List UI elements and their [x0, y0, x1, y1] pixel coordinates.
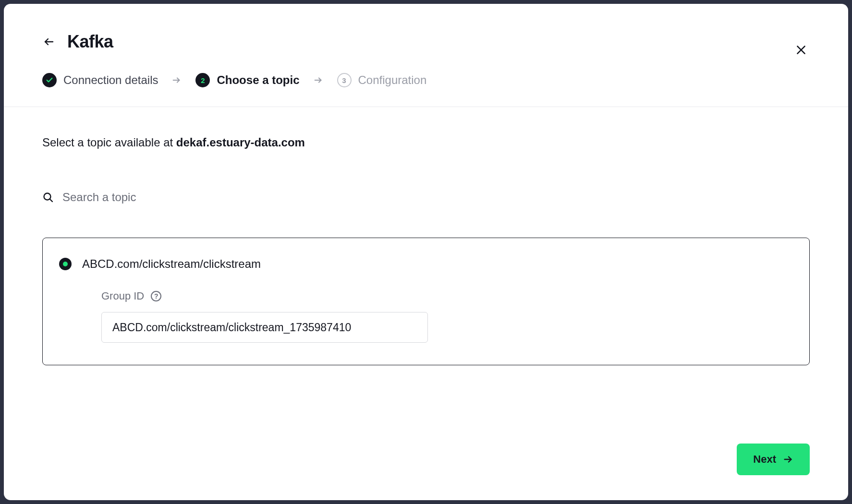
next-button-label: Next — [753, 453, 776, 466]
search-row — [42, 191, 810, 204]
modal-container: Kafka Connection details 2 Choose a topi… — [4, 4, 848, 500]
step-configuration: 3 Configuration — [337, 73, 427, 87]
back-arrow-icon[interactable] — [42, 35, 56, 48]
group-id-section: Group ID ? — [101, 290, 793, 343]
footer: Next — [737, 444, 810, 475]
step-choose-topic[interactable]: 2 Choose a topic — [195, 73, 299, 87]
modal-header: Kafka — [4, 4, 848, 52]
step-label: Choose a topic — [217, 73, 299, 87]
instruction-prefix: Select a topic available at — [42, 136, 176, 149]
page-title: Kafka — [67, 32, 113, 52]
next-button[interactable]: Next — [737, 444, 810, 475]
group-id-label-row: Group ID ? — [101, 290, 793, 302]
group-id-input[interactable] — [101, 312, 428, 343]
stepper: Connection details 2 Choose a topic 3 Co… — [4, 52, 848, 107]
search-input[interactable] — [62, 191, 351, 204]
topic-name: ABCD.com/clickstream/clickstream — [82, 257, 261, 271]
step-label: Configuration — [358, 73, 427, 87]
step-number-icon: 3 — [337, 73, 352, 87]
instruction-text: Select a topic available at dekaf.estuar… — [42, 136, 810, 149]
svg-line-6 — [50, 199, 53, 202]
close-button[interactable] — [792, 41, 810, 59]
radio-selected-icon[interactable] — [59, 258, 72, 270]
radio-inner-dot — [63, 262, 68, 266]
step-number-icon: 2 — [195, 73, 210, 87]
chevron-right-icon — [171, 75, 182, 85]
content-area: Select a topic available at dekaf.estuar… — [4, 107, 848, 384]
step-connection-details[interactable]: Connection details — [42, 73, 158, 87]
title-row: Kafka — [42, 32, 810, 52]
topic-row[interactable]: ABCD.com/clickstream/clickstream — [59, 257, 793, 271]
search-icon — [42, 192, 54, 203]
help-icon[interactable]: ? — [151, 291, 161, 301]
step-label: Connection details — [63, 73, 158, 87]
topic-card[interactable]: ABCD.com/clickstream/clickstream Group I… — [42, 238, 810, 365]
instruction-host: dekaf.estuary-data.com — [176, 136, 305, 149]
group-id-label: Group ID — [101, 290, 144, 302]
step-check-icon — [42, 73, 57, 87]
arrow-right-icon — [783, 454, 793, 465]
chevron-right-icon — [313, 75, 324, 85]
